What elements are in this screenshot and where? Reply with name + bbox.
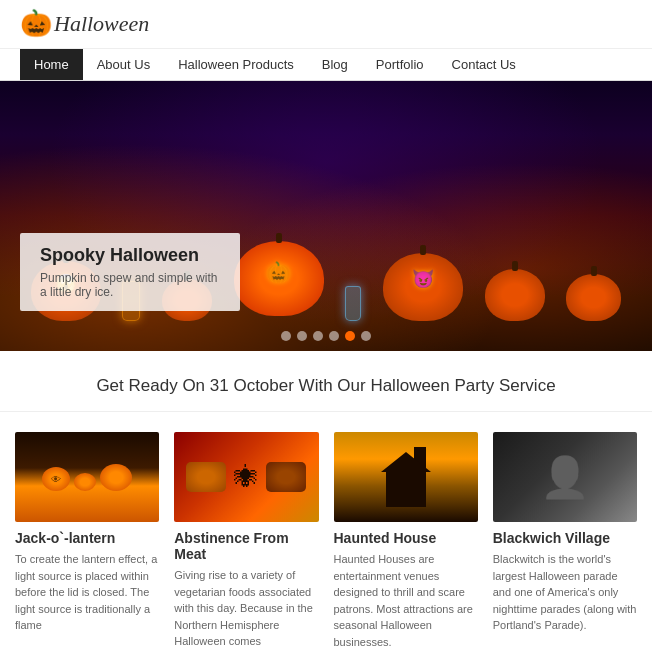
cards-row: 👁 Jack-o`-lantern To create the lantern … — [0, 432, 652, 665]
nav-link-contact[interactable]: Contact Us — [438, 49, 530, 80]
nav-link-products[interactable]: Halloween Products — [164, 49, 308, 80]
dot-2[interactable] — [297, 331, 307, 341]
logo-area: 🎃 Halloween — [20, 10, 149, 38]
hero-subtitle: Pumpkin to spew and simple with a little… — [40, 271, 220, 299]
dot-6[interactable] — [361, 331, 371, 341]
spider-container: 🕷 — [186, 462, 306, 492]
woman-figure-icon: 👤 — [540, 454, 590, 501]
mini-pumpkins: 👁 — [42, 464, 132, 491]
food-item — [186, 462, 226, 492]
card-jack-o-lantern: 👁 Jack-o`-lantern To create the lantern … — [15, 432, 159, 650]
card-image-jack: 👁 — [15, 432, 159, 522]
dot-1[interactable] — [281, 331, 291, 341]
pumpkin-icon: 🎃 — [20, 10, 48, 38]
card-image-abstinence: 🕷 — [174, 432, 318, 522]
nav-link-blog[interactable]: Blog — [308, 49, 362, 80]
mini-pumpkin-2 — [74, 473, 96, 491]
card-desc-haunted: Haunted Houses are entertainment venues … — [334, 551, 478, 650]
pumpkin-3: 🎃 — [234, 241, 324, 316]
header: 🎃 Halloween — [0, 0, 652, 49]
pumpkin-6 — [566, 274, 621, 321]
hero-overlay: Spooky Halloween Pumpkin to spew and sim… — [20, 233, 240, 311]
section-heading: Get Ready On 31 October With Our Hallowe… — [0, 351, 652, 412]
card-desc-blackwich: Blackwitch is the world's largest Hallow… — [493, 551, 637, 634]
pumpkin-face-3: 🎃 — [266, 260, 291, 284]
card-abstinence: 🕷 Abstinence From Meat Giving rise to a … — [174, 432, 318, 650]
nav-item-home[interactable]: Home — [20, 49, 83, 80]
navigation: Home About Us Halloween Products Blog Po… — [0, 49, 652, 81]
nav-link-about[interactable]: About Us — [83, 49, 164, 80]
card-image-blackwich: 👤 — [493, 432, 637, 522]
mini-pumpkin-3 — [100, 464, 132, 491]
card-desc-abstinence: Giving rise to a variety of vegetarian f… — [174, 567, 318, 650]
house-silhouette — [381, 447, 431, 507]
card-image-haunted — [334, 432, 478, 522]
logo-text: Halloween — [54, 11, 149, 37]
card-title-haunted: Haunted House — [334, 530, 478, 546]
hero-title: Spooky Halloween — [40, 245, 220, 266]
card-title-jack: Jack-o`-lantern — [15, 530, 159, 546]
dot-5[interactable] — [345, 331, 355, 341]
nav-item-about[interactable]: About Us — [83, 49, 164, 80]
card-desc-jack: To create the lantern effect, a light so… — [15, 551, 159, 634]
card-title-blackwich: Blackwich Village — [493, 530, 637, 546]
pumpkin-4: 😈 — [383, 253, 463, 321]
nav-item-products[interactable]: Halloween Products — [164, 49, 308, 80]
slider-dots — [281, 331, 371, 341]
nav-item-contact[interactable]: Contact Us — [438, 49, 530, 80]
dot-4[interactable] — [329, 331, 339, 341]
mini-pumpkin-1: 👁 — [42, 467, 70, 491]
nav-link-home[interactable]: Home — [20, 49, 83, 80]
hero-slider: 😱 🎃 😈 Spooky Halloween Pumpkin to spew a… — [0, 81, 652, 351]
house-roof — [381, 452, 431, 472]
food-item-2 — [266, 462, 306, 492]
jar-2 — [345, 286, 361, 321]
dot-3[interactable] — [313, 331, 323, 341]
pumpkin-face-4: 😈 — [412, 268, 434, 290]
pumpkin-5 — [485, 269, 545, 321]
spider-icon: 🕷 — [234, 463, 258, 491]
nav-item-blog[interactable]: Blog — [308, 49, 362, 80]
card-haunted-house: Haunted House Haunted Houses are enterta… — [334, 432, 478, 650]
nav-link-portfolio[interactable]: Portfolio — [362, 49, 438, 80]
card-blackwich: 👤 Blackwich Village Blackwitch is the wo… — [493, 432, 637, 650]
house-body — [386, 472, 426, 507]
nav-item-portfolio[interactable]: Portfolio — [362, 49, 438, 80]
card-title-abstinence: Abstinence From Meat — [174, 530, 318, 562]
